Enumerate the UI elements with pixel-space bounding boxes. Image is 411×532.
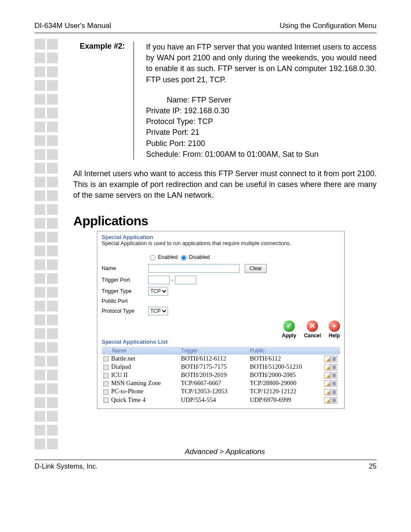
help-label: Help <box>329 333 340 339</box>
name-label: Name <box>102 265 148 271</box>
trigger-type-label: Trigger Type <box>102 288 148 294</box>
figure-caption: Advanced > Applications <box>73 448 377 456</box>
public-port-label: Public Port <box>102 298 148 304</box>
panel-subtitle: Special Application is used to run appli… <box>102 240 340 246</box>
row-checkbox[interactable] <box>103 381 109 386</box>
disabled-label: Disabled <box>189 254 210 260</box>
table-row: MSN Gaming ZoneTCP/6667-6667TCP/28800-29… <box>102 379 340 387</box>
example-line-private-port: Private Port: 21 <box>146 127 377 138</box>
table-row: Battle.netBOTH/6112-6112BOTH/6112 <box>102 355 340 363</box>
applications-table: Name Trigger Public Battle.netBOTH/6112-… <box>102 347 340 404</box>
row-checkbox[interactable] <box>103 389 109 395</box>
edit-icon[interactable] <box>324 372 330 379</box>
applications-panel: Special Application Special Application … <box>97 231 345 408</box>
example-text: If you have an FTP server that you wante… <box>146 43 377 84</box>
trigger-type-select[interactable]: TCP <box>148 287 168 296</box>
plus-icon: + <box>329 320 340 332</box>
col-public: Public <box>248 347 322 355</box>
protocol-type-select[interactable]: TCP <box>148 307 168 315</box>
example-line-name: Name: FTP Server <box>167 95 377 106</box>
footer-left: D-Link Systems, Inc. <box>34 463 98 470</box>
table-row: Quick Time 4UDP/554-554UDP/6970-6999 <box>102 396 340 404</box>
protocol-type-label: Protocol Type <box>102 308 148 314</box>
enabled-label: Enabled <box>158 254 177 260</box>
delete-icon[interactable] <box>331 372 337 379</box>
disabled-radio[interactable] <box>181 255 187 261</box>
check-icon: ✓ <box>283 320 295 332</box>
footer-rule <box>34 460 377 460</box>
range-separator: - <box>171 277 173 283</box>
row-checkbox[interactable] <box>103 398 109 403</box>
table-row: DialpadBOTH/7175-7175BOTH/51200-51210 <box>102 363 340 371</box>
col-trigger: Trigger <box>179 347 248 355</box>
delete-icon[interactable] <box>331 380 337 387</box>
footer-right: 25 <box>369 463 377 470</box>
example-line-protocol-type: Protocol Type: TCP <box>146 116 377 127</box>
edit-icon[interactable] <box>324 356 330 362</box>
edit-icon[interactable] <box>324 364 330 370</box>
section-heading-applications: Applications <box>73 214 377 228</box>
example-label: Example #2: <box>73 42 129 160</box>
name-input[interactable] <box>148 264 240 273</box>
list-title: Special Applications List <box>102 339 340 345</box>
x-icon: ✕ <box>307 320 318 332</box>
header-right: Using the Configuration Menu <box>280 22 377 30</box>
body-paragraph: All Internet users who want to access th… <box>73 168 377 201</box>
header-rule <box>34 33 377 33</box>
help-button[interactable]: + Help <box>329 320 340 339</box>
delete-icon[interactable] <box>331 397 337 404</box>
header-left: DI-634M User's Manual <box>34 22 111 30</box>
apply-label: Apply <box>282 333 296 339</box>
edit-icon[interactable] <box>324 380 330 387</box>
table-row: PC-to-PhoneTCP/12053-12053TCP/12120-1212… <box>102 387 340 395</box>
enabled-radio[interactable] <box>150 255 156 261</box>
table-row: ICU IIBOTH/2019-2019BOTH/2000-2085 <box>102 371 340 379</box>
example-divider <box>134 42 134 160</box>
col-name: Name <box>102 347 179 355</box>
delete-icon[interactable] <box>331 356 337 362</box>
example-line-schedule: Schedule: From: 01:00AM to 01:00AM, Sat … <box>146 149 377 160</box>
cancel-label: Cancel <box>304 333 321 339</box>
row-checkbox[interactable] <box>103 356 109 361</box>
edit-icon[interactable] <box>324 397 330 404</box>
row-checkbox[interactable] <box>103 365 109 370</box>
trigger-port-to-input[interactable] <box>175 276 196 284</box>
delete-icon[interactable] <box>331 389 337 395</box>
apply-button[interactable]: ✓ Apply <box>282 320 296 339</box>
cancel-button[interactable]: ✕ Cancel <box>304 320 321 339</box>
side-squares <box>34 39 58 452</box>
delete-icon[interactable] <box>331 364 337 370</box>
edit-icon[interactable] <box>324 389 330 395</box>
example-line-public-port: Public Port: 2100 <box>146 138 377 149</box>
trigger-port-from-input[interactable] <box>148 276 170 284</box>
panel-title: Special Application <box>102 234 340 240</box>
clear-button[interactable]: Clear <box>245 264 267 273</box>
trigger-port-label: Trigger Port <box>102 277 148 283</box>
example-line-private-ip: Private IP: 192.168.0.30 <box>146 106 377 116</box>
row-checkbox[interactable] <box>103 373 109 378</box>
